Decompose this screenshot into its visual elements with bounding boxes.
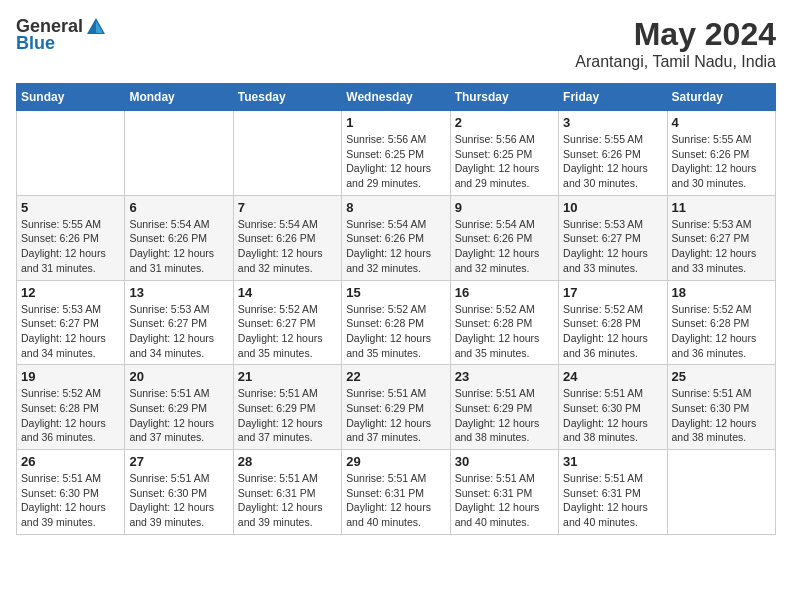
day-info: Sunrise: 5:54 AM Sunset: 6:26 PM Dayligh… (346, 217, 445, 276)
day-number: 4 (672, 115, 771, 130)
day-number: 8 (346, 200, 445, 215)
day-number: 23 (455, 369, 554, 384)
calendar-cell: 2Sunrise: 5:56 AM Sunset: 6:25 PM Daylig… (450, 111, 558, 196)
day-number: 9 (455, 200, 554, 215)
weekday-header-monday: Monday (125, 84, 233, 111)
day-number: 28 (238, 454, 337, 469)
day-info: Sunrise: 5:56 AM Sunset: 6:25 PM Dayligh… (455, 132, 554, 191)
calendar-cell: 22Sunrise: 5:51 AM Sunset: 6:29 PM Dayli… (342, 365, 450, 450)
calendar-cell: 12Sunrise: 5:53 AM Sunset: 6:27 PM Dayli… (17, 280, 125, 365)
day-number: 31 (563, 454, 662, 469)
calendar-cell: 3Sunrise: 5:55 AM Sunset: 6:26 PM Daylig… (559, 111, 667, 196)
day-number: 22 (346, 369, 445, 384)
day-info: Sunrise: 5:51 AM Sunset: 6:29 PM Dayligh… (238, 386, 337, 445)
weekday-header-wednesday: Wednesday (342, 84, 450, 111)
day-info: Sunrise: 5:53 AM Sunset: 6:27 PM Dayligh… (129, 302, 228, 361)
calendar-cell: 7Sunrise: 5:54 AM Sunset: 6:26 PM Daylig… (233, 195, 341, 280)
day-number: 14 (238, 285, 337, 300)
calendar-cell: 26Sunrise: 5:51 AM Sunset: 6:30 PM Dayli… (17, 450, 125, 535)
calendar-cell: 6Sunrise: 5:54 AM Sunset: 6:26 PM Daylig… (125, 195, 233, 280)
month-year: May 2024 (575, 16, 776, 53)
calendar-cell: 23Sunrise: 5:51 AM Sunset: 6:29 PM Dayli… (450, 365, 558, 450)
day-info: Sunrise: 5:51 AM Sunset: 6:30 PM Dayligh… (563, 386, 662, 445)
calendar-cell: 28Sunrise: 5:51 AM Sunset: 6:31 PM Dayli… (233, 450, 341, 535)
day-number: 1 (346, 115, 445, 130)
day-info: Sunrise: 5:52 AM Sunset: 6:28 PM Dayligh… (346, 302, 445, 361)
calendar-cell (17, 111, 125, 196)
day-number: 11 (672, 200, 771, 215)
day-info: Sunrise: 5:53 AM Sunset: 6:27 PM Dayligh… (563, 217, 662, 276)
day-info: Sunrise: 5:51 AM Sunset: 6:31 PM Dayligh… (563, 471, 662, 530)
calendar-cell: 9Sunrise: 5:54 AM Sunset: 6:26 PM Daylig… (450, 195, 558, 280)
day-info: Sunrise: 5:51 AM Sunset: 6:31 PM Dayligh… (238, 471, 337, 530)
calendar-cell: 27Sunrise: 5:51 AM Sunset: 6:30 PM Dayli… (125, 450, 233, 535)
day-number: 12 (21, 285, 120, 300)
day-number: 29 (346, 454, 445, 469)
day-info: Sunrise: 5:56 AM Sunset: 6:25 PM Dayligh… (346, 132, 445, 191)
day-number: 19 (21, 369, 120, 384)
calendar: SundayMondayTuesdayWednesdayThursdayFrid… (16, 83, 776, 535)
day-info: Sunrise: 5:51 AM Sunset: 6:31 PM Dayligh… (455, 471, 554, 530)
calendar-cell: 8Sunrise: 5:54 AM Sunset: 6:26 PM Daylig… (342, 195, 450, 280)
day-number: 3 (563, 115, 662, 130)
page-header: General Blue May 2024 Arantangi, Tamil N… (16, 16, 776, 71)
day-info: Sunrise: 5:51 AM Sunset: 6:30 PM Dayligh… (21, 471, 120, 530)
calendar-cell: 1Sunrise: 5:56 AM Sunset: 6:25 PM Daylig… (342, 111, 450, 196)
day-info: Sunrise: 5:51 AM Sunset: 6:30 PM Dayligh… (129, 471, 228, 530)
day-info: Sunrise: 5:51 AM Sunset: 6:30 PM Dayligh… (672, 386, 771, 445)
calendar-cell: 21Sunrise: 5:51 AM Sunset: 6:29 PM Dayli… (233, 365, 341, 450)
day-info: Sunrise: 5:52 AM Sunset: 6:28 PM Dayligh… (563, 302, 662, 361)
day-number: 24 (563, 369, 662, 384)
calendar-cell: 18Sunrise: 5:52 AM Sunset: 6:28 PM Dayli… (667, 280, 775, 365)
day-info: Sunrise: 5:54 AM Sunset: 6:26 PM Dayligh… (455, 217, 554, 276)
weekday-header-row: SundayMondayTuesdayWednesdayThursdayFrid… (17, 84, 776, 111)
calendar-cell: 5Sunrise: 5:55 AM Sunset: 6:26 PM Daylig… (17, 195, 125, 280)
day-info: Sunrise: 5:52 AM Sunset: 6:27 PM Dayligh… (238, 302, 337, 361)
title-block: May 2024 Arantangi, Tamil Nadu, India (575, 16, 776, 71)
day-number: 17 (563, 285, 662, 300)
weekday-header-thursday: Thursday (450, 84, 558, 111)
day-number: 18 (672, 285, 771, 300)
day-info: Sunrise: 5:51 AM Sunset: 6:31 PM Dayligh… (346, 471, 445, 530)
day-number: 2 (455, 115, 554, 130)
day-info: Sunrise: 5:51 AM Sunset: 6:29 PM Dayligh… (455, 386, 554, 445)
calendar-cell: 14Sunrise: 5:52 AM Sunset: 6:27 PM Dayli… (233, 280, 341, 365)
day-number: 6 (129, 200, 228, 215)
logo-blue: Blue (16, 34, 109, 54)
day-info: Sunrise: 5:53 AM Sunset: 6:27 PM Dayligh… (672, 217, 771, 276)
day-info: Sunrise: 5:52 AM Sunset: 6:28 PM Dayligh… (672, 302, 771, 361)
day-number: 25 (672, 369, 771, 384)
day-number: 13 (129, 285, 228, 300)
day-info: Sunrise: 5:51 AM Sunset: 6:29 PM Dayligh… (346, 386, 445, 445)
calendar-cell (125, 111, 233, 196)
calendar-cell: 15Sunrise: 5:52 AM Sunset: 6:28 PM Dayli… (342, 280, 450, 365)
weekday-header-saturday: Saturday (667, 84, 775, 111)
calendar-cell: 20Sunrise: 5:51 AM Sunset: 6:29 PM Dayli… (125, 365, 233, 450)
calendar-cell (667, 450, 775, 535)
calendar-week-5: 26Sunrise: 5:51 AM Sunset: 6:30 PM Dayli… (17, 450, 776, 535)
calendar-cell: 29Sunrise: 5:51 AM Sunset: 6:31 PM Dayli… (342, 450, 450, 535)
day-number: 16 (455, 285, 554, 300)
day-number: 15 (346, 285, 445, 300)
day-info: Sunrise: 5:54 AM Sunset: 6:26 PM Dayligh… (129, 217, 228, 276)
calendar-week-2: 5Sunrise: 5:55 AM Sunset: 6:26 PM Daylig… (17, 195, 776, 280)
day-number: 10 (563, 200, 662, 215)
calendar-cell: 13Sunrise: 5:53 AM Sunset: 6:27 PM Dayli… (125, 280, 233, 365)
day-info: Sunrise: 5:53 AM Sunset: 6:27 PM Dayligh… (21, 302, 120, 361)
day-number: 26 (21, 454, 120, 469)
day-info: Sunrise: 5:52 AM Sunset: 6:28 PM Dayligh… (21, 386, 120, 445)
day-number: 7 (238, 200, 337, 215)
calendar-cell: 19Sunrise: 5:52 AM Sunset: 6:28 PM Dayli… (17, 365, 125, 450)
day-number: 21 (238, 369, 337, 384)
day-info: Sunrise: 5:55 AM Sunset: 6:26 PM Dayligh… (672, 132, 771, 191)
calendar-week-3: 12Sunrise: 5:53 AM Sunset: 6:27 PM Dayli… (17, 280, 776, 365)
weekday-header-friday: Friday (559, 84, 667, 111)
day-number: 5 (21, 200, 120, 215)
day-number: 20 (129, 369, 228, 384)
calendar-cell: 17Sunrise: 5:52 AM Sunset: 6:28 PM Dayli… (559, 280, 667, 365)
calendar-week-4: 19Sunrise: 5:52 AM Sunset: 6:28 PM Dayli… (17, 365, 776, 450)
day-number: 30 (455, 454, 554, 469)
day-info: Sunrise: 5:54 AM Sunset: 6:26 PM Dayligh… (238, 217, 337, 276)
day-info: Sunrise: 5:55 AM Sunset: 6:26 PM Dayligh… (563, 132, 662, 191)
weekday-header-tuesday: Tuesday (233, 84, 341, 111)
